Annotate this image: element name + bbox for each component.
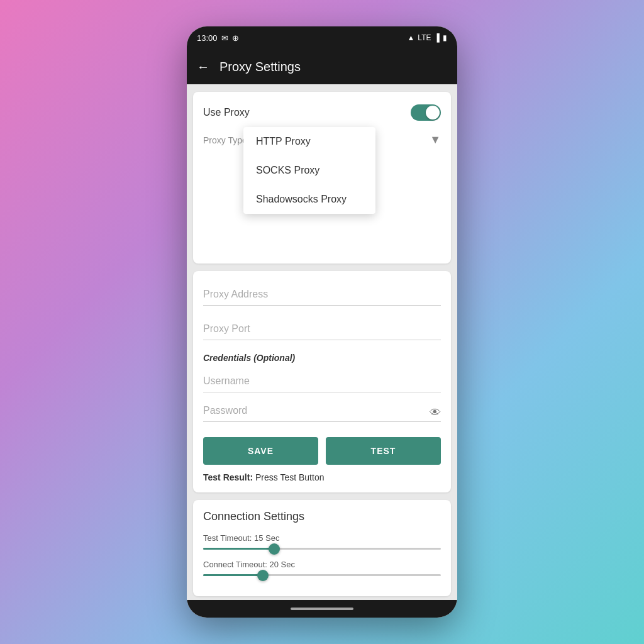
dropdown-item-socks[interactable]: SOCKS Proxy xyxy=(243,156,375,185)
back-arrow-icon: ← xyxy=(197,60,209,74)
password-input[interactable] xyxy=(203,397,441,422)
credentials-label: Credentials (Optional) xyxy=(203,353,441,363)
password-wrapper: 👁 xyxy=(203,397,441,427)
test-button[interactable]: TEST xyxy=(326,437,441,465)
test-timeout-fill xyxy=(203,548,274,550)
signal-bars-icon: ▐ xyxy=(434,33,440,42)
bottom-navigation-bar xyxy=(187,600,457,618)
use-proxy-toggle[interactable] xyxy=(411,104,441,121)
test-result-row: Test Result: Press Test Button xyxy=(203,472,441,482)
wifi-icon: ▲ xyxy=(407,33,414,42)
app-bar: ← Proxy Settings xyxy=(187,49,457,84)
test-timeout-value: 15 Sec xyxy=(254,533,279,543)
test-timeout-track xyxy=(203,548,441,550)
connect-timeout-thumb[interactable] xyxy=(257,570,269,581)
connect-timeout-fill xyxy=(203,574,263,576)
save-button[interactable]: SAVE xyxy=(203,437,318,465)
phone-frame: 13:00 ✉ ⊕ ▲ LTE ▐ ▮ ← Proxy Settings Use… xyxy=(187,26,457,618)
home-indicator[interactable] xyxy=(291,608,353,610)
lte-text: LTE xyxy=(418,33,431,42)
eye-icon[interactable]: 👁 xyxy=(430,406,441,419)
back-button[interactable]: ← xyxy=(197,60,209,74)
username-input[interactable] xyxy=(203,368,441,392)
page-title: Proxy Settings xyxy=(219,60,301,74)
connection-settings-title: Connection Settings xyxy=(203,510,441,523)
use-proxy-row: Use Proxy xyxy=(203,102,441,128)
proxy-settings-card: Use Proxy Proxy Type: ▼ HTTP Proxy SOCKS… xyxy=(193,92,451,264)
status-left: 13:00 ✉ ⊕ xyxy=(197,33,239,43)
test-timeout-row: Test Timeout: 15 Sec xyxy=(203,533,441,550)
dropdown-item-shadowsocks[interactable]: Shadowsocks Proxy xyxy=(243,185,375,214)
test-result-value: Press Test Button xyxy=(255,472,324,482)
credentials-card: Credentials (Optional) 👁 SAVE TEST Test … xyxy=(193,271,451,492)
connect-timeout-label: Connect Timeout: 20 Sec xyxy=(203,560,441,569)
status-right: ▲ LTE ▐ ▮ xyxy=(407,33,447,42)
connect-timeout-value: 20 Sec xyxy=(270,560,295,569)
toggle-knob xyxy=(426,106,440,119)
time-display: 13:00 xyxy=(197,33,218,43)
proxy-type-dropdown: HTTP Proxy SOCKS Proxy Shadowsocks Proxy xyxy=(243,127,375,214)
signal-icon: ⊕ xyxy=(232,33,239,43)
test-timeout-thumb[interactable] xyxy=(269,543,280,555)
proxy-address-input[interactable] xyxy=(203,281,441,306)
use-proxy-label: Use Proxy xyxy=(203,107,250,118)
action-buttons: SAVE TEST xyxy=(203,437,441,465)
test-timeout-label: Test Timeout: 15 Sec xyxy=(203,533,441,543)
mail-icon: ✉ xyxy=(221,33,228,43)
battery-icon: ▮ xyxy=(443,33,447,42)
dropdown-item-http[interactable]: HTTP Proxy xyxy=(243,127,375,156)
chevron-down-icon[interactable]: ▼ xyxy=(430,133,441,147)
connection-settings-card: Connection Settings Test Timeout: 15 Sec… xyxy=(193,500,451,596)
proxy-port-input[interactable] xyxy=(203,316,441,340)
connect-timeout-row: Connect Timeout: 20 Sec xyxy=(203,560,441,576)
content-area: Use Proxy Proxy Type: ▼ HTTP Proxy SOCKS… xyxy=(187,84,457,600)
proxy-type-label: Proxy Type: xyxy=(203,135,250,145)
status-bar: 13:00 ✉ ⊕ ▲ LTE ▐ ▮ xyxy=(187,26,457,49)
test-result-label: Test Result: xyxy=(203,472,253,482)
connect-timeout-track xyxy=(203,574,441,576)
